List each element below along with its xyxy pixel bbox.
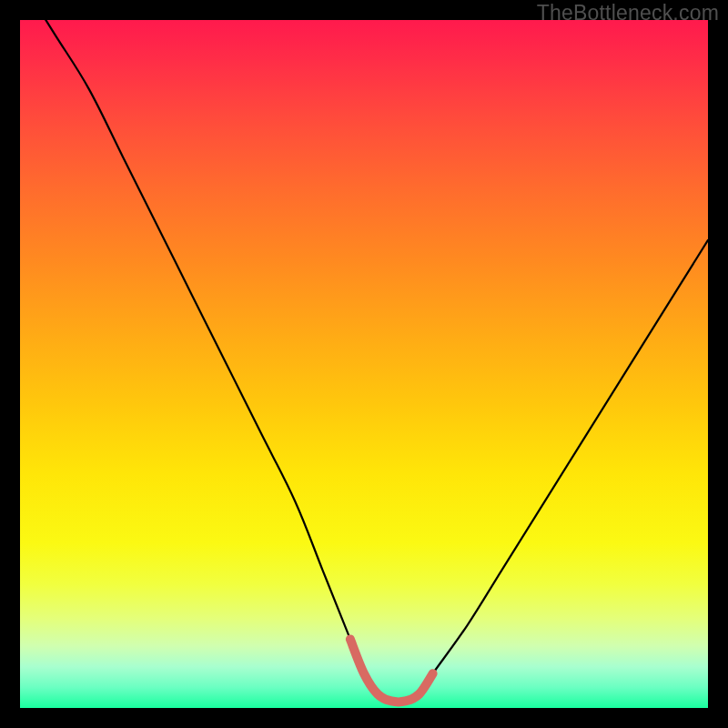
flat-highlight bbox=[350, 639, 433, 702]
bottleneck-curve bbox=[20, 0, 708, 702]
curve-layer bbox=[20, 20, 708, 708]
chart-frame: TheBottleneck.com bbox=[0, 0, 728, 728]
plot-area bbox=[20, 20, 708, 708]
